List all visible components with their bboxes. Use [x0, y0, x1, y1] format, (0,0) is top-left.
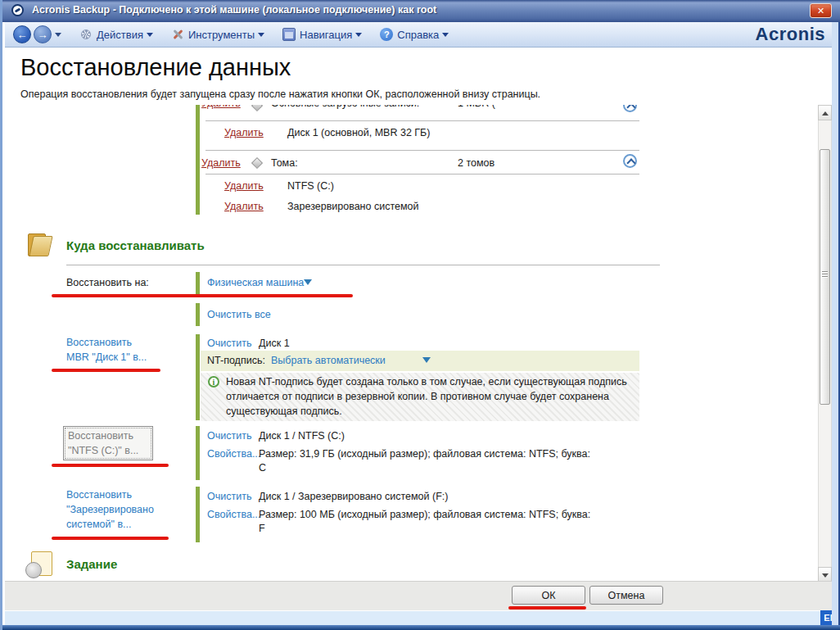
- scrollbar-grip: [820, 270, 829, 277]
- recover-to-dropdown[interactable]: Физическая машина: [207, 277, 304, 288]
- close-button[interactable]: ✕: [810, 3, 832, 18]
- volume-row-label: Зарезервировано системой: [287, 201, 418, 212]
- folder-icon: [28, 233, 54, 255]
- clipped-row-label: Основные загрузочные записи:: [271, 105, 419, 109]
- annotation-underline: [508, 606, 586, 610]
- chevron-down-icon: [442, 33, 449, 37]
- row-separator: [205, 120, 639, 121]
- chevron-down-icon: [355, 33, 362, 37]
- annotation-underline: [52, 294, 353, 297]
- info-icon: i: [208, 376, 219, 388]
- recover-ntfs-link-focused[interactable]: Восстановить "NTFS (C:)" в...: [63, 426, 153, 460]
- recover-mbr-link-line2[interactable]: MBR "Диск 1" в...: [66, 351, 147, 363]
- page-subtitle: Операция восстановления будет запущена с…: [20, 88, 540, 100]
- task-icon: [31, 551, 52, 576]
- menu-help[interactable]: ? Справка: [380, 28, 449, 41]
- field-accent-bar: [196, 272, 200, 295]
- ntfs-target: Диск 1 / NTFS (C:): [259, 430, 345, 442]
- clipped-row-value: 1 MBR (: [458, 105, 495, 109]
- mbr-target: Диск 1: [259, 338, 290, 349]
- delete-link[interactable]: Удалить: [224, 127, 264, 138]
- menu-actions[interactable]: Действия: [79, 28, 153, 41]
- row-separator: [205, 174, 639, 174]
- window-title: Acronis Backup - Подключено к этой машин…: [32, 4, 436, 16]
- back-button[interactable]: ←: [13, 25, 31, 43]
- window-bottom-border: [2, 625, 840, 630]
- nt-signature-dropdown[interactable]: Выбрать автоматически: [271, 355, 386, 366]
- volume-row-label: NTFS (C:): [287, 180, 334, 192]
- recover-to-label: Восстановить на:: [66, 277, 149, 288]
- help-icon: ?: [380, 28, 393, 41]
- actions-icon: [79, 28, 93, 41]
- scrollbar-up-button[interactable]: [818, 105, 832, 120]
- section-heading-task: Задание: [66, 557, 117, 571]
- cancel-button[interactable]: Отмена: [589, 586, 663, 605]
- status-bar: [5, 610, 840, 625]
- section-heading-where: Куда восстанавливать: [66, 238, 205, 252]
- diamond-icon: [251, 105, 263, 111]
- delete-link[interactable]: Удалить: [201, 157, 241, 169]
- clear-ntfs-link[interactable]: Очистить: [207, 430, 251, 442]
- field-accent-bar: [196, 426, 200, 480]
- recover-reserved-link-line2[interactable]: "Зарезервировано: [66, 504, 154, 515]
- chevron-down-icon: [147, 33, 153, 37]
- recover-reserved-link-line3[interactable]: системой" в...: [66, 519, 132, 530]
- collapse-button[interactable]: [623, 105, 637, 112]
- recover-mbr-link[interactable]: Восстановить: [66, 337, 132, 348]
- reserved-properties-link[interactable]: Свойства...: [207, 509, 260, 520]
- reserved-details: Размер: 100 МБ (исходный размер); файлов…: [259, 509, 590, 520]
- annotation-underline: [52, 369, 160, 372]
- toolbar: ← → Действия Инструменты Навигация ? Спр…: [5, 22, 840, 48]
- panel-accent-bar: [196, 105, 200, 215]
- nav-history-chevron-down-icon[interactable]: [55, 33, 61, 37]
- acronis-logo: Acronis: [756, 24, 825, 45]
- chevron-down-icon[interactable]: [304, 279, 312, 285]
- scrollbar-thumb[interactable]: [820, 149, 830, 405]
- volumes-row-label: Тома:: [271, 157, 298, 169]
- page-title: Восстановление данных: [20, 54, 291, 81]
- forward-button[interactable]: →: [34, 25, 52, 43]
- tools-icon: [171, 28, 184, 41]
- ntfs-details: Размер: 31,9 ГБ (исходный размер); файло…: [259, 448, 590, 460]
- field-accent-bar: [196, 334, 200, 420]
- clear-mbr-link[interactable]: Очистить: [207, 338, 251, 349]
- volumes-row-value: 2 томов: [458, 157, 495, 169]
- ntfs-properties-link[interactable]: Свойства...: [207, 448, 260, 460]
- nt-signature-label: NT-подпись:: [207, 355, 265, 366]
- window-right-border: [832, 22, 840, 625]
- menu-navigation[interactable]: Навигация: [282, 28, 362, 41]
- section-divider: [66, 265, 660, 265]
- menu-tools[interactable]: Инструменты: [171, 28, 264, 41]
- annotation-underline: [52, 537, 169, 540]
- delete-link[interactable]: Удалить: [224, 201, 264, 212]
- scroll-area: Удалить Основные загрузочные записи: 1 M…: [5, 105, 818, 581]
- clear-reserved-link[interactable]: Очистить: [207, 491, 251, 502]
- disk-row-label: Диск 1 (основной, MBR 32 ГБ): [287, 127, 430, 138]
- delete-link[interactable]: Удалить: [224, 180, 264, 192]
- nt-signature-info-text: Новая NT-подпись будет создана только в …: [226, 374, 639, 419]
- reserved-drive-letter: F: [259, 523, 265, 534]
- diamond-icon: [251, 157, 263, 169]
- row-separator: [205, 150, 639, 151]
- navigation-icon: [282, 28, 296, 41]
- delete-link[interactable]: Удалить: [201, 105, 241, 109]
- nt-signature-row: [201, 351, 639, 371]
- recover-reserved-link[interactable]: Восстановить: [66, 489, 132, 501]
- acronis-backup-window: Acronis Backup - Подключено к этой машин…: [0, 0, 840, 630]
- clear-all-link[interactable]: Очистить все: [207, 309, 271, 320]
- collapse-button[interactable]: [623, 154, 637, 168]
- annotation-underline: [52, 464, 169, 467]
- chevron-down-icon: [258, 33, 264, 37]
- ok-button[interactable]: ОК: [512, 586, 585, 605]
- acronis-app-icon: [11, 4, 24, 16]
- footer-bar: [5, 581, 840, 610]
- field-accent-bar: [196, 487, 200, 542]
- chevron-down-icon[interactable]: [422, 357, 431, 363]
- reserved-target: Диск 1 / Зарезервировано системой (F:): [259, 491, 448, 502]
- title-bar: Acronis Backup - Подключено к этой машин…: [2, 0, 840, 22]
- ntfs-drive-letter: C: [259, 462, 266, 474]
- field-accent-bar: [196, 303, 200, 326]
